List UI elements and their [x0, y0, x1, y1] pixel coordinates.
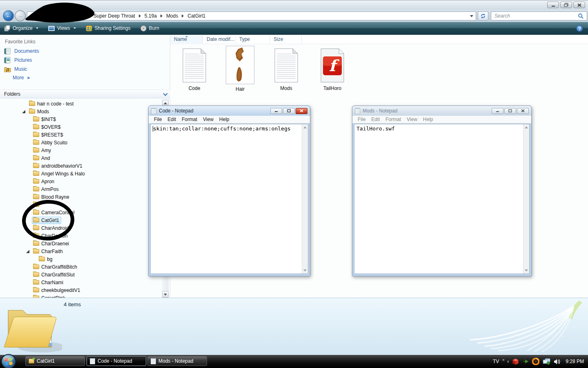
notepad-scrollbar[interactable] [302, 124, 308, 274]
tray-overflow-icon[interactable]: » [502, 358, 504, 362]
column-headers: Name Date modif... Type Size [171, 35, 588, 44]
menu-file[interactable]: File [355, 117, 368, 122]
notepad-mods-textarea[interactable]: TailHoro.swf [354, 124, 530, 274]
breadcrumb-item[interactable]: 5.19a [145, 13, 157, 19]
scroll-down-button[interactable] [162, 291, 169, 298]
menu-format[interactable]: Format [383, 117, 404, 122]
tree-item[interactable]: androidbehaviorV1 [0, 162, 163, 170]
tree-item[interactable]: bg [0, 255, 163, 263]
views-button[interactable]: Views [48, 25, 76, 31]
breadcrumb-item[interactable]: Mods [166, 13, 178, 19]
back-button[interactable]: ← [3, 10, 14, 21]
burn-button[interactable]: Burn [140, 25, 159, 31]
folder-icon [33, 226, 39, 230]
breadcrumb-item[interactable]: Super Deep Throat [94, 13, 135, 19]
file-code[interactable]: Code [176, 47, 213, 91]
tree-item[interactable]: Mods [0, 108, 163, 115]
notepad-code-title: Code - Notepad [159, 108, 268, 114]
tray-chevron-icon[interactable]: ‹ [507, 359, 509, 364]
tree-item[interactable]: CharDemon [0, 232, 163, 240]
menu-help[interactable]: Help [420, 117, 436, 122]
address-bar[interactable]: Super Deep Throat 5.19a Mods CatGirl1 [27, 11, 476, 20]
tray-green-arrow-icon[interactable] [522, 359, 529, 364]
menu-view[interactable]: View [404, 117, 420, 122]
file-hair[interactable]: Hair [221, 46, 259, 92]
tray-volume-icon[interactable] [554, 359, 561, 365]
notepad-window-mods[interactable]: Mods - Notepad File Edit Format View Hel… [352, 105, 532, 276]
folders-collapse-icon[interactable] [163, 91, 167, 96]
sidebar-item-documents[interactable]: Documents [4, 48, 39, 54]
tray-red-cube-icon[interactable] [512, 358, 519, 365]
tree-item[interactable]: Blood Rayne [0, 193, 163, 201]
menu-help[interactable]: Help [216, 117, 232, 122]
minimize-button[interactable] [492, 108, 503, 114]
menu-file[interactable]: File [151, 117, 165, 122]
tree-item[interactable]: hair n code - test [0, 100, 163, 108]
minimize-button[interactable] [270, 108, 282, 114]
close-button[interactable] [296, 108, 307, 114]
tree-item[interactable]: CharAndroid [0, 224, 163, 232]
start-button[interactable] [1, 354, 16, 368]
file-tailhoro[interactable]: f TailHoro [314, 47, 351, 91]
tree-item[interactable]: CharGraffitiSlut [0, 271, 163, 278]
maximize-button[interactable] [504, 108, 516, 114]
tree-item[interactable]: ArmPos [0, 185, 163, 193]
organize-button[interactable]: Organize [4, 25, 38, 31]
search-input[interactable]: Search [491, 11, 587, 20]
help-button[interactable]: ? [576, 25, 583, 32]
tree-item[interactable]: Abby Scuito [0, 139, 163, 146]
menu-format[interactable]: Format [179, 117, 200, 122]
address-dropdown-icon[interactable] [470, 15, 473, 17]
tree-item[interactable]: $INIT$ [0, 115, 163, 123]
minimize-button[interactable] [547, 2, 559, 8]
notepad-mods-titlebar[interactable]: Mods - Notepad [352, 106, 531, 116]
maximize-button[interactable] [283, 108, 295, 114]
tree-item[interactable]: Amy [0, 146, 163, 154]
sidebar-item-music[interactable]: Music [4, 66, 27, 72]
menu-edit[interactable]: Edit [165, 117, 179, 122]
taskbar-clock[interactable]: 9:28 PM [566, 359, 584, 364]
taskbar-button-mods-notepad[interactable]: Mods - Notepad [147, 356, 207, 366]
file-mods[interactable]: Mods [267, 47, 305, 91]
tree-item-catgirl1[interactable]: CatGirl1 [0, 216, 163, 224]
tree-item[interactable]: CharFaith [0, 247, 163, 255]
column-header-size[interactable]: Size [270, 35, 302, 44]
folders-header[interactable]: Folders [0, 90, 170, 99]
menu-edit[interactable]: Edit [368, 117, 383, 122]
tree-item[interactable]: Angel Wings & Halo [0, 170, 163, 177]
notepad-code-textarea[interactable]: skin:tan;collar:none;cuffs:none;arms:onl… [150, 124, 308, 274]
menu-view[interactable]: View [200, 117, 216, 122]
notepad-scrollbar[interactable] [523, 124, 529, 274]
tree-item[interactable]: $OVER$ [0, 123, 163, 131]
restore-button[interactable] [560, 2, 572, 8]
taskbar-button-code-notepad[interactable]: Code - Notepad [87, 356, 146, 366]
tree-item[interactable]: CharNami [0, 278, 163, 286]
column-header-date[interactable]: Date modif... [203, 35, 236, 44]
tree-item[interactable]: And [0, 154, 163, 162]
close-button[interactable] [573, 2, 585, 8]
forward-button[interactable]: → [15, 10, 26, 21]
column-header-name[interactable]: Name [171, 35, 203, 44]
folder-icon [33, 132, 39, 137]
tray-network-icon[interactable] [543, 358, 550, 365]
tree-item[interactable]: cheekbulgeeditV1 [0, 286, 163, 294]
expand-icon[interactable] [26, 250, 29, 253]
column-header-type[interactable]: Type [236, 35, 270, 44]
sharing-settings-button[interactable]: Sharing Settings [86, 25, 131, 31]
tray-orange-ring-icon[interactable] [532, 358, 539, 365]
breadcrumb-item[interactable]: CatGirl1 [187, 13, 205, 19]
refresh-button[interactable] [478, 11, 488, 20]
sidebar-item-more[interactable]: More» [13, 75, 29, 81]
expand-icon[interactable] [22, 110, 25, 113]
tree-item[interactable]: Apron [0, 177, 163, 185]
sidebar-item-pictures[interactable]: Pictures [4, 57, 32, 63]
tree-item[interactable]: CharDraenei [0, 240, 163, 247]
notepad-code-titlebar[interactable]: Code - Notepad [149, 106, 310, 116]
tree-item[interactable]: CharGraffitiBitch [0, 263, 163, 271]
tree-item-obscured[interactable] [0, 201, 163, 209]
notepad-window-code[interactable]: Code - Notepad File Edit Format View Hel… [148, 105, 310, 276]
tree-item[interactable]: CameraControl [0, 209, 163, 216]
taskbar-button-catgirl1[interactable]: CatGirl1 [25, 356, 85, 366]
tree-item[interactable]: $RESET$ [0, 131, 163, 139]
close-button[interactable] [517, 108, 529, 114]
